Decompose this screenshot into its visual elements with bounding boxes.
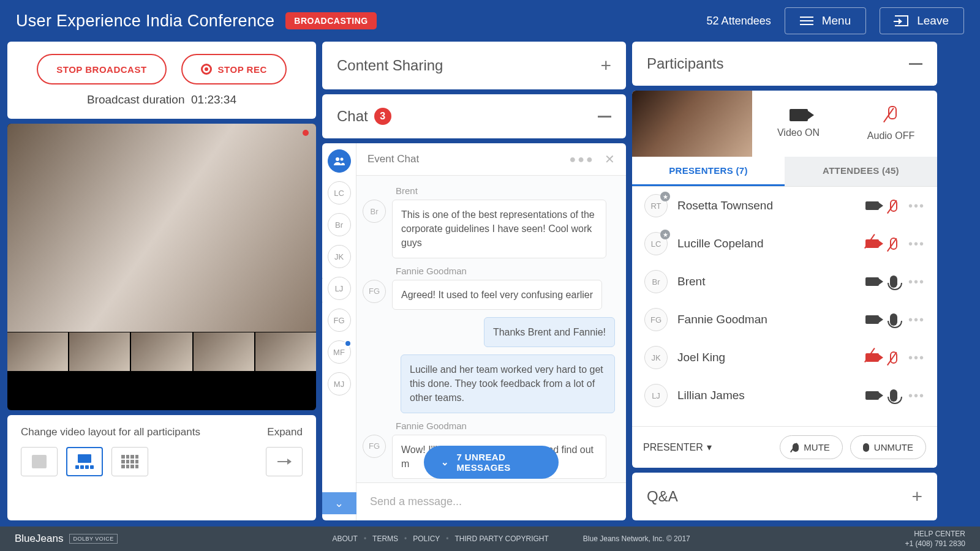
mic-off-icon [884,106,898,124]
participant-row[interactable]: RT★Rosetta Townsend••• [632,187,937,225]
chat-contact-avatar[interactable]: FG [328,309,351,332]
chat-message: This is one of the best representations … [392,200,606,258]
qa-header[interactable]: Q&A + [632,473,937,520]
participant-row[interactable]: BrBrent••• [632,263,937,301]
chat-input[interactable]: Send a message... [356,482,626,520]
caret-down-icon: ▾ [707,441,712,453]
participant-more-icon[interactable]: ••• [908,237,925,251]
participant-row[interactable]: LC★Lucille Copeland••• [632,225,937,263]
camera-off-icon [865,239,879,248]
participants-title: Participants [647,55,723,72]
leave-label: Leave [917,14,949,28]
chat-contact-avatar[interactable]: Br [328,213,351,236]
dolby-badge: DOLBY VOICE [69,534,117,544]
chat-room-name: Event Chat [368,153,419,165]
footer-link[interactable]: ABOUT [333,534,358,543]
scroll-down-button[interactable]: ⌄ [322,492,356,514]
menu-button[interactable]: Menu [785,7,867,34]
participant-name: Joel King [677,351,856,364]
svg-point-1 [340,158,343,161]
stop-broadcast-button[interactable]: STOP BROADCAST [37,54,166,84]
participants-header[interactable]: Participants [632,42,937,86]
mic-off-icon [890,238,897,250]
tab-attendees[interactable]: ATTENDEES (45) [785,157,937,186]
video-thumb[interactable] [255,332,316,371]
unread-messages-pill[interactable]: ⌄ 7 UNREAD MESSAGES [424,446,559,479]
record-icon [201,64,212,75]
mic-on-icon [890,276,897,288]
participant-avatar: LJ [644,384,668,407]
sender-avatar: Br [363,200,386,223]
video-thumb[interactable] [194,332,254,371]
content-sharing-header[interactable]: Content Sharing + [322,42,626,89]
video-thumb[interactable] [131,332,192,371]
unmute-all-button[interactable]: UNMUTE [850,435,926,459]
mic-off-icon [890,200,897,212]
chat-contact-avatar[interactable]: MJ [328,372,351,395]
participant-more-icon[interactable]: ••• [908,389,925,403]
participant-row[interactable]: FGFannie Goodman••• [632,301,937,339]
collapse-icon[interactable] [598,116,611,118]
svg-point-0 [336,157,339,161]
more-icon[interactable]: ●●● [569,153,595,166]
participant-avatar: RT★ [644,194,668,217]
collapse-icon[interactable] [909,63,922,65]
chat-contact-avatar[interactable]: JK [328,245,351,268]
chat-contact-avatar[interactable]: LJ [328,277,351,300]
camera-on-icon [865,201,879,210]
content-sharing-title: Content Sharing [337,57,443,74]
chat-contact-avatar[interactable]: MF [328,340,351,364]
video-toggle[interactable]: Video ON [752,91,845,157]
chat-group-icon[interactable] [328,149,351,173]
participant-row[interactable]: LJLillian James••• [632,377,937,414]
participant-more-icon[interactable]: ••• [908,351,925,365]
message-sender: Brent [396,186,615,196]
footer-link[interactable]: TERMS [372,534,398,543]
audio-toggle[interactable]: Audio OFF [845,91,937,157]
qa-title: Q&A [647,488,678,505]
chat-header[interactable]: Chat 3 [322,94,626,138]
hamburger-icon [800,17,813,25]
chat-unread-badge: 3 [374,108,391,125]
expand-button[interactable] [266,447,303,476]
participant-more-icon[interactable]: ••• [908,275,925,289]
star-icon: ★ [660,230,670,239]
leave-button[interactable]: Leave [880,7,964,34]
footer-link[interactable]: POLICY [413,534,440,543]
layout-solo-button[interactable] [21,447,58,476]
self-video-preview [632,91,752,157]
video-thumb[interactable] [69,332,130,371]
participant-more-icon[interactable]: ••• [908,313,925,327]
camera-off-icon [865,353,879,362]
role-dropdown[interactable]: PRESENTER▾ [643,441,712,453]
participant-name: Brent [677,275,856,288]
participant-name: Fannie Goodman [677,313,856,326]
conference-title: User Experience India Conference [16,12,274,31]
participant-row[interactable]: JKJoel King••• [632,339,937,377]
sender-avatar: FG [363,280,386,303]
layout-grid-button[interactable] [111,447,148,476]
close-icon[interactable]: ✕ [605,152,615,167]
arrow-right-icon [277,461,291,462]
support-phone: +1 (408) 791 2830 [905,539,965,549]
expand-label: Expand [267,426,303,438]
video-thumb[interactable] [7,332,68,371]
chat-contact-avatar[interactable]: LC [328,181,351,204]
plus-icon[interactable]: + [600,55,611,76]
participant-name: Rosetta Townsend [677,199,856,212]
mute-all-button[interactable]: MUTE [780,435,843,459]
chevron-down-icon: ⌄ [441,457,449,468]
tab-presenters[interactable]: PRESENTERS (7) [632,157,785,186]
plus-icon[interactable]: + [911,486,922,507]
mic-on-icon [890,389,897,402]
participant-more-icon[interactable]: ••• [908,199,925,213]
stop-recording-button[interactable]: STOP REC [181,54,287,84]
chat-message-self: Lucille and her team worked very hard to… [401,354,615,413]
footer-link[interactable]: THIRD PARTY COPYRIGHT [455,534,549,543]
layout-speaker-strip-button[interactable] [66,447,103,476]
help-center-link[interactable]: HELP CENTER [905,529,965,539]
message-sender: Fannie Goodman [396,421,615,431]
main-video [7,124,316,410]
panel-expand-handle[interactable]: ▸ [322,278,323,302]
chat-title: Chat [337,108,368,125]
